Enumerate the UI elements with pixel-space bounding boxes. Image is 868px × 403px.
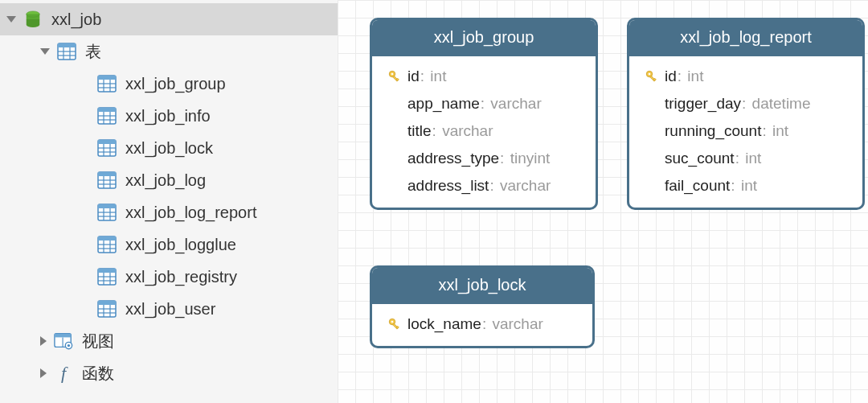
column-name: trigger_day	[665, 95, 741, 113]
tree-node-label: xxl_job_group	[125, 75, 226, 93]
tree-node-table[interactable]: xxl_job_group	[0, 68, 338, 100]
svg-rect-51	[98, 301, 116, 305]
column-type: int	[741, 150, 761, 167]
database-icon	[23, 9, 43, 30]
entity-title: xxl_job_lock	[372, 268, 592, 304]
entity-columns: id: int trigger_day: datetime running_co…	[629, 56, 862, 208]
column-row[interactable]: lock_name: varchar	[383, 310, 581, 338]
tree-node-table[interactable]: xxl_job_lock	[0, 132, 338, 164]
column-row[interactable]: app_name: varchar	[383, 90, 584, 117]
column-name: lock_name	[407, 315, 481, 333]
column-name: fail_count	[665, 177, 730, 195]
tree-node-label: 函数	[82, 363, 114, 384]
svg-rect-3	[58, 43, 76, 47]
expand-toggle-icon[interactable]	[40, 48, 50, 55]
column-row[interactable]: trigger_day: datetime	[641, 90, 851, 117]
column-type: int	[737, 177, 757, 195]
column-type: varchar	[488, 315, 543, 333]
table-icon	[96, 105, 117, 126]
tree-node-label: xxl_job	[51, 10, 101, 29]
table-icon	[96, 234, 117, 255]
svg-rect-57	[55, 334, 71, 338]
tree-node-table[interactable]: xxl_job_registry	[0, 261, 338, 293]
svg-rect-27	[98, 172, 116, 176]
tables-folder-icon	[56, 41, 77, 62]
svg-rect-33	[98, 204, 116, 208]
erd-canvas[interactable]: xxl_job_group id: int app_name: varchar …	[338, 0, 868, 403]
column-name: running_count	[665, 122, 761, 140]
column-row[interactable]: address_list: varchar	[383, 172, 584, 199]
column-row[interactable]: address_type: tinyint	[383, 145, 584, 172]
table-icon	[96, 170, 117, 191]
entity-columns: lock_name: varchar	[372, 304, 592, 346]
column-type: int	[426, 68, 446, 85]
column-type: tinyint	[506, 150, 550, 167]
entity-columns: id: int app_name: varchar title: varchar…	[372, 56, 596, 208]
expand-toggle-icon[interactable]	[40, 336, 47, 346]
table-icon	[96, 266, 117, 287]
views-folder-icon	[53, 331, 74, 352]
tables-list: xxl_job_group xxl_job_info xxl_job_lock …	[0, 68, 338, 325]
svg-point-66	[649, 73, 651, 76]
entity-xxl-job-lock[interactable]: xxl_job_lock lock_name: varchar	[370, 265, 595, 348]
tree-node-label: xxl_job_log	[125, 171, 206, 190]
svg-rect-9	[98, 76, 116, 80]
svg-point-62	[391, 73, 394, 76]
column-type: varchar	[438, 122, 493, 140]
entity-xxl-job-group[interactable]: xxl_job_group id: int app_name: varchar …	[370, 18, 598, 210]
column-name: address_type	[407, 150, 499, 167]
column-name: id	[665, 68, 677, 85]
svg-rect-39	[98, 236, 116, 241]
tree-node-views-folder[interactable]: 视图	[0, 325, 338, 357]
column-name: title	[407, 122, 432, 140]
column-type: int	[683, 68, 703, 85]
tree-node-label: 表	[85, 41, 101, 63]
tree-node-functions-folder[interactable]: f 函数	[0, 357, 338, 389]
table-icon	[96, 73, 117, 94]
svg-rect-15	[98, 108, 116, 112]
tree-node-label: xxl_job_user	[125, 300, 215, 319]
column-row[interactable]: suc_count: int	[641, 145, 851, 172]
tree-node-table[interactable]: xxl_job_user	[0, 293, 338, 325]
column-row[interactable]: id: int	[383, 63, 584, 90]
column-row[interactable]: running_count: int	[641, 117, 851, 145]
column-name: address_list	[407, 177, 489, 195]
tree-node-table[interactable]: xxl_job_logglue	[0, 228, 338, 261]
svg-point-70	[391, 321, 394, 323]
tree-node-label: xxl_job_registry	[125, 268, 237, 286]
column-type: varchar	[496, 177, 551, 195]
tree-node-table[interactable]: xxl_job_log_report	[0, 196, 338, 228]
tree-node-label: xxl_job_log_report	[125, 204, 256, 222]
schema-tree: xxl_job 表 xxl_job_group xxl_job_info	[0, 0, 338, 403]
tree-node-label: xxl_job_lock	[125, 139, 213, 158]
column-type: datetime	[747, 95, 810, 113]
expand-toggle-icon[interactable]	[40, 368, 47, 378]
svg-rect-45	[98, 269, 116, 273]
tree-node-tables-folder[interactable]: 表	[0, 35, 338, 68]
table-icon	[96, 202, 117, 223]
entity-xxl-job-log-report[interactable]: xxl_job_log_report id: int trigger_day: …	[627, 18, 865, 210]
column-name: suc_count	[665, 150, 735, 167]
svg-point-60	[68, 344, 70, 347]
column-row[interactable]: title: varchar	[383, 117, 584, 145]
tree-node-label: xxl_job_info	[125, 107, 211, 125]
primary-key-icon	[383, 317, 406, 331]
tree-node-database[interactable]: xxl_job	[0, 3, 338, 35]
tree-node-label: xxl_job_logglue	[125, 236, 236, 254]
entity-title: xxl_job_log_report	[629, 20, 862, 56]
tree-node-table[interactable]: xxl_job_info	[0, 100, 338, 132]
column-type: int	[768, 122, 788, 140]
expand-toggle-icon[interactable]	[6, 16, 16, 23]
tree-node-table[interactable]: xxl_job_log	[0, 164, 338, 196]
entity-title: xxl_job_group	[372, 20, 596, 56]
column-name: app_name	[407, 95, 480, 113]
column-name: id	[407, 68, 420, 85]
table-icon	[96, 298, 117, 319]
column-row[interactable]: id: int	[641, 63, 851, 90]
function-icon: f	[53, 363, 74, 384]
table-icon	[96, 138, 117, 158]
svg-rect-21	[98, 140, 116, 144]
primary-key-icon	[383, 69, 406, 84]
primary-key-icon	[641, 69, 663, 84]
column-row[interactable]: fail_count: int	[641, 172, 851, 199]
